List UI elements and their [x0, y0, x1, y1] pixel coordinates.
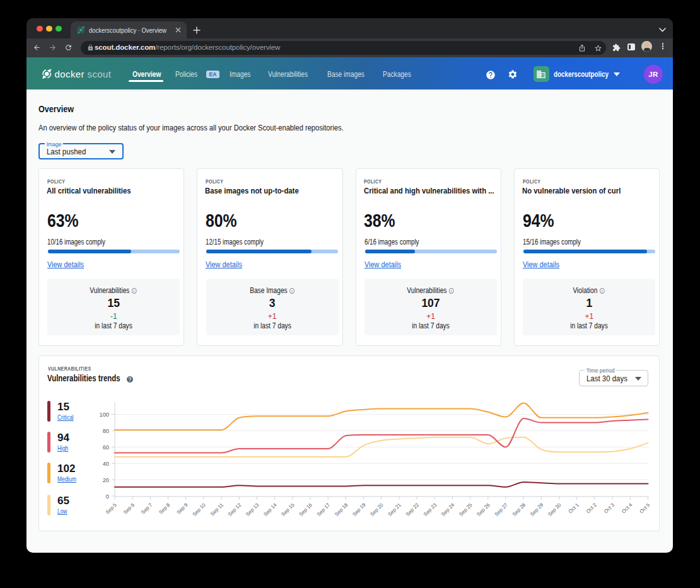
svg-text:Sep 28: Sep 28	[511, 502, 527, 518]
svg-text:Oct 4: Oct 4	[621, 502, 633, 515]
svg-text:Sep 17: Sep 17	[316, 502, 332, 518]
svg-text:Oct 3: Oct 3	[603, 502, 615, 515]
svg-text:Sep 12: Sep 12	[227, 502, 243, 518]
svg-text:Sep 5: Sep 5	[105, 502, 119, 516]
svg-text:Sep 23: Sep 23	[423, 502, 438, 518]
svg-text:Sep 14: Sep 14	[262, 502, 278, 518]
svg-text:Sep 26: Sep 26	[475, 502, 491, 518]
svg-text:Sep 21: Sep 21	[387, 502, 403, 518]
svg-text:Sep 19: Sep 19	[351, 502, 367, 518]
svg-text:Sep 8: Sep 8	[158, 502, 172, 516]
svg-text:Sep 7: Sep 7	[140, 502, 154, 516]
svg-text:Oct 2: Oct 2	[585, 502, 598, 515]
svg-text:100: 100	[99, 412, 109, 418]
svg-text:20: 20	[103, 477, 109, 483]
svg-text:Oct 5: Oct 5	[639, 502, 651, 515]
svg-text:Sep 30: Sep 30	[547, 502, 563, 518]
svg-text:Sep 18: Sep 18	[334, 502, 349, 518]
svg-text:Sep 10: Sep 10	[192, 502, 207, 518]
svg-text:Sep 25: Sep 25	[458, 502, 474, 518]
svg-text:Sep 11: Sep 11	[209, 502, 225, 517]
svg-text:80: 80	[103, 428, 109, 434]
svg-text:0: 0	[106, 493, 109, 500]
svg-text:Sep 20: Sep 20	[369, 502, 385, 518]
svg-text:Sep 27: Sep 27	[494, 502, 510, 518]
svg-text:Sep 24: Sep 24	[440, 502, 456, 518]
svg-text:Sep 9: Sep 9	[175, 502, 189, 516]
svg-text:Sep 13: Sep 13	[245, 502, 260, 518]
svg-text:Sep 22: Sep 22	[405, 502, 421, 518]
svg-text:Sep 16: Sep 16	[298, 502, 314, 518]
svg-text:Sep 29: Sep 29	[529, 502, 545, 518]
svg-text:60: 60	[103, 444, 109, 451]
svg-text:Sep 15: Sep 15	[280, 502, 296, 518]
svg-text:Sep 6: Sep 6	[122, 502, 136, 516]
svg-text:40: 40	[103, 461, 109, 467]
svg-text:Oct 1: Oct 1	[568, 502, 580, 515]
